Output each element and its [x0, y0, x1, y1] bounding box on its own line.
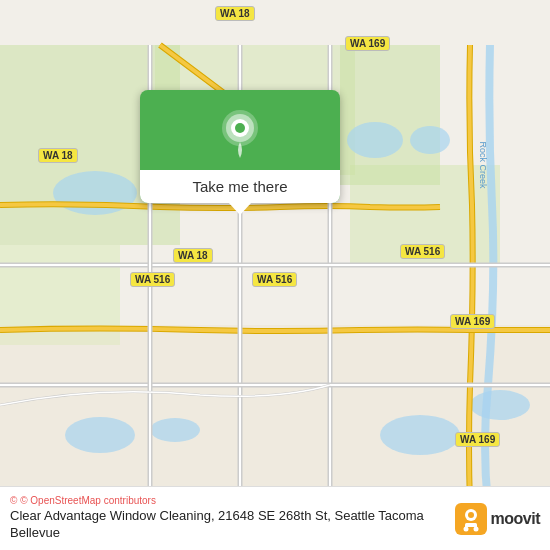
svg-point-11 [380, 415, 460, 455]
moovit-brand-text: moovit [491, 510, 540, 528]
svg-point-12 [470, 390, 530, 420]
svg-point-31 [463, 526, 468, 531]
badge-wa169-top: WA 169 [345, 36, 390, 51]
badge-wa169-mid: WA 169 [450, 314, 495, 329]
svg-point-29 [468, 512, 474, 518]
badge-wa18-center: WA 18 [173, 248, 213, 263]
copyright-symbol: © [10, 495, 17, 506]
svg-point-32 [473, 526, 478, 531]
location-name: Clear Advantage Window Cleaning, 21648 S… [10, 508, 445, 542]
moovit-logo-icon [455, 503, 487, 535]
svg-point-9 [65, 417, 135, 453]
moovit-logo: moovit [455, 503, 540, 535]
svg-rect-2 [340, 45, 440, 185]
creek-label: Rock Creek [477, 141, 487, 188]
take-me-there-button[interactable]: Take me there [140, 170, 340, 203]
attribution-text: © © OpenStreetMap contributors [10, 495, 445, 506]
badge-wa516-center: WA 516 [252, 272, 297, 287]
badge-wa18-left: WA 18 [38, 148, 78, 163]
svg-point-26 [235, 123, 245, 133]
badge-wa516-left: WA 516 [130, 272, 175, 287]
svg-point-8 [410, 126, 450, 154]
badge-wa516-right: WA 516 [400, 244, 445, 259]
badge-wa18-top: WA 18 [215, 6, 255, 21]
location-pin-icon [218, 108, 262, 164]
svg-rect-33 [465, 525, 477, 527]
svg-point-10 [150, 418, 200, 442]
bottom-bar: © © OpenStreetMap contributors Clear Adv… [0, 486, 550, 550]
bottom-info: © © OpenStreetMap contributors Clear Adv… [10, 495, 445, 542]
attribution-label: © OpenStreetMap contributors [20, 495, 156, 506]
map-container: WA 18 WA 18 WA 18 WA 169 WA 516 WA 516 W… [0, 0, 550, 550]
popup[interactable]: Take me there [140, 90, 340, 203]
badge-wa169-bot: WA 169 [455, 432, 500, 447]
svg-point-7 [347, 122, 403, 158]
